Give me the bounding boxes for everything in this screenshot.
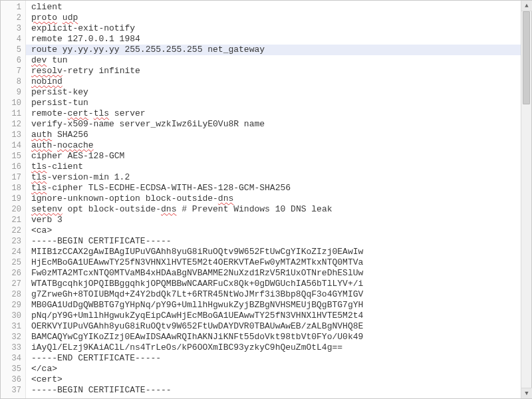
line-number: 8 (1, 76, 25, 87)
spellcheck-squiggle: resolv (31, 66, 63, 76)
line-number: 13 (1, 130, 25, 140)
code-line[interactable]: tls-client (31, 162, 531, 172)
code-line[interactable]: -----BEGIN CERTIFICATE----- (31, 385, 531, 396)
code-line[interactable]: remote-cert-tls server (31, 108, 531, 119)
line-number: 36 (1, 374, 25, 385)
code-text: server (109, 108, 146, 118)
code-text: iAyQl/ELzj9KAiAClL/ns4TrLeOs/kP6OOXmIBC9… (31, 342, 342, 352)
spellcheck-squiggle: dev (31, 55, 47, 65)
spellcheck-squiggle: dns (218, 194, 233, 203)
scroll-up-button[interactable]: ▲ (521, 1, 531, 11)
code-line[interactable]: -----BEGIN CERTIFICATE----- (31, 236, 531, 247)
code-text: SHA256 (52, 130, 88, 140)
code-content[interactable]: clientproto udpexplicit-exit-notifyremot… (26, 1, 531, 398)
code-line[interactable]: nobind (31, 76, 531, 87)
code-line[interactable]: persist-tun (31, 98, 531, 108)
code-text: explicit-exit-notify (31, 23, 135, 33)
code-line[interactable]: <cert> (31, 374, 531, 385)
line-number: 20 (1, 204, 25, 215)
code-line[interactable]: remote 127.0.0.1 1984 (31, 34, 531, 45)
line-number: 2 (1, 13, 25, 23)
spellcheck-squiggle: tls (94, 108, 109, 118)
line-number: 29 (1, 300, 25, 311)
code-line[interactable]: WTATBgcqhkjOPQIBBggqhkjOPQMBBwNCAARFuCx8… (31, 279, 531, 289)
code-line[interactable]: MIIB1zCCAX2gAwIBAgIUPuVGAhh8yuG8iRuOQtv9… (31, 247, 531, 257)
code-text: -----END CERTIFICATE----- (31, 353, 161, 363)
code-text: -cipher TLS-ECDHE-ECDSA-WITH-AES-128-GCM… (47, 183, 291, 193)
arrow-up-icon: ▲ (525, 3, 528, 9)
line-number: 16 (1, 162, 25, 172)
line-number: 9 (1, 87, 25, 98)
code-line[interactable]: HjEcMBoGA1UEAwwTY25fN3VHNXlHVTE5M2t4OERK… (31, 257, 531, 268)
code-text: cipher AES-128-GCM (31, 151, 124, 161)
code-line[interactable]: MB0GA1UdDgQWBBTG7gYHpNq/pY9G+UmllhHgwukZ… (31, 300, 531, 311)
line-number: 32 (1, 332, 25, 342)
code-line[interactable]: proto udp (31, 13, 531, 23)
spellcheck-squiggle: setenv (31, 204, 63, 214)
code-line[interactable]: cipher AES-128-GCM (31, 151, 531, 162)
code-text: -retry infinite (63, 66, 140, 76)
line-number: 30 (1, 311, 25, 321)
code-editor[interactable]: 1234567891011121314151617181920212223242… (1, 1, 531, 398)
spellcheck-squiggle: auth (31, 140, 52, 150)
code-line[interactable]: </ca> (31, 364, 531, 374)
scroll-down-button[interactable]: ▼ (521, 388, 531, 398)
spellcheck-squiggle: nocache (57, 140, 94, 150)
code-line[interactable]: auth-nocache (31, 140, 531, 151)
code-text: client (31, 2, 63, 12)
code-line[interactable]: iAyQl/ELzj9KAiAClL/ns4TrLeOs/kP6OOXmIBC9… (31, 342, 531, 353)
line-number: 31 (1, 321, 25, 332)
code-line[interactable]: auth SHA256 (31, 130, 531, 140)
code-line[interactable]: tls-version-min 1.2 (31, 172, 531, 183)
line-number: 23 (1, 236, 25, 247)
code-line[interactable]: OERKVYIUPuVGAhh8yuG8iRuOQtv9W652FtUwDAYD… (31, 321, 531, 332)
code-text: route yy.yy.yy.yy 255.255.255.255 net_ga… (31, 45, 265, 55)
code-text (57, 13, 63, 23)
code-text: - (88, 108, 94, 118)
line-number: 27 (1, 279, 25, 289)
code-line[interactable]: verify-x509-name server_wzkIwz6iLyE0Vu8R… (31, 119, 531, 130)
code-text: persist-key (31, 87, 88, 97)
code-text: -client (47, 162, 83, 172)
code-line[interactable]: <ca> (31, 225, 531, 236)
line-number: 5 (1, 45, 25, 55)
code-line[interactable]: tls-cipher TLS-ECDHE-ECDSA-WITH-AES-128-… (31, 183, 531, 194)
scrollbar-thumb[interactable] (523, 11, 530, 104)
spellcheck-squiggle: cert (68, 108, 88, 118)
code-text: remote 127.0.0.1 1984 (31, 34, 140, 44)
code-line[interactable]: explicit-exit-notify (31, 23, 531, 34)
code-line[interactable]: persist-key (31, 87, 531, 98)
code-text: MIIB1zCCAX2gAwIBAgIUPuVGAhh8yuG8iRuOQtv9… (31, 247, 363, 257)
spellcheck-squiggle: tls (31, 162, 47, 172)
code-line[interactable]: -----END CERTIFICATE----- (31, 353, 531, 364)
code-line[interactable]: dev tun (31, 55, 531, 66)
code-line[interactable]: ignore-unknown-option block-outside-dns (31, 194, 531, 204)
code-text: # Prevent Windows 10 DNS leak (176, 204, 332, 214)
code-line[interactable]: route yy.yy.yy.yy 255.255.255.255 net_ga… (31, 45, 531, 55)
code-line[interactable]: g7ZrweGh+8TOIUBMqd+Z4Y2bdQk7Lt+6RTR45NtW… (31, 289, 531, 300)
code-text: OERKVYIUPuVGAhh8yuG8iRuOQtv9W652FtUwDAYD… (31, 321, 363, 331)
spellcheck-squiggle: proto (31, 13, 57, 23)
code-line[interactable]: client (31, 2, 531, 13)
code-line[interactable]: pNq/pY9G+UmllhHgwukZyqEipCAwHjEcMBoGA1UE… (31, 311, 531, 321)
code-text: verify-x509-name server_wzkIwz6iLyE0Vu8R… (31, 119, 265, 129)
code-line[interactable]: resolv-retry infinite (31, 66, 531, 76)
code-line[interactable]: verb 3 (31, 215, 531, 225)
code-line[interactable]: BAMCAQYwCgYIKoZIzj0EAwIDSAAwRQIhAKNJiKNF… (31, 332, 531, 342)
spellcheck-squiggle: tls (31, 183, 47, 193)
code-text: g7ZrweGh+8TOIUBMqd+Z4Y2bdQk7Lt+6RTR45NtW… (31, 289, 363, 299)
line-number: 34 (1, 353, 25, 364)
line-number: 11 (1, 108, 25, 119)
line-number: 37 (1, 385, 25, 396)
code-text: verb 3 (31, 215, 63, 225)
line-number: 15 (1, 151, 25, 162)
code-text: -version-min 1.2 (47, 172, 130, 182)
code-line[interactable]: setenv opt block-outside-dns # Prevent W… (31, 204, 531, 215)
code-text: persist-tun (31, 98, 88, 108)
vertical-scrollbar[interactable]: ▲ ▼ (521, 1, 531, 398)
line-number: 26 (1, 268, 25, 279)
code-text: <cert> (31, 374, 63, 384)
line-number: 14 (1, 140, 25, 151)
code-line[interactable]: Fw0zMTA2MTcxNTQ0MTVaMB4xHDAaBgNVBAMME2Nu… (31, 268, 531, 279)
line-number: 18 (1, 183, 25, 194)
